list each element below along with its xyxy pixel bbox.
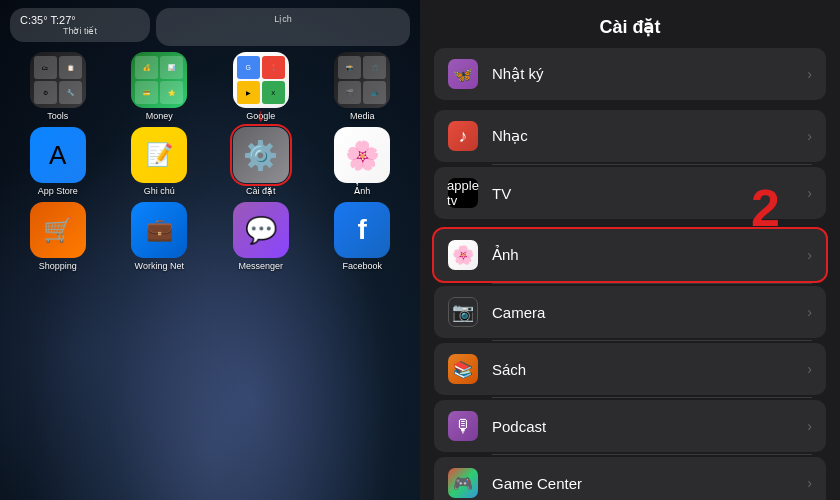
facebook-label: Facebook: [342, 261, 382, 271]
left-panel: C:35° T:27° Thời tiết Lịch 🗂 📋 ⚙ 🔧 Tools: [0, 0, 420, 500]
camera-icon: 📷: [448, 297, 478, 327]
anh-icon: 🌸: [334, 127, 390, 183]
anh-settings-label: Ảnh: [492, 246, 807, 264]
settings-item-nhac[interactable]: ♪ Nhạc ›: [434, 110, 826, 162]
podcast-chevron: ›: [807, 418, 812, 434]
app-ghichu[interactable]: 📝 Ghi chú: [119, 127, 199, 196]
gamecenter-label: Game Center: [492, 475, 807, 492]
shopping-label: Shopping: [39, 261, 77, 271]
sach-icon: 📚: [448, 354, 478, 384]
podcast-icon: 🎙: [448, 411, 478, 441]
home-screen-content: C:35° T:27° Thời tiết Lịch 🗂 📋 ⚙ 🔧 Tools: [0, 0, 420, 500]
app-appstore[interactable]: A App Store: [18, 127, 98, 196]
app-row-1: 🗂 📋 ⚙ 🔧 Tools 💰 📊 💳 ⭐: [10, 52, 410, 121]
nhatky-icon: 🦋: [448, 59, 478, 89]
top-widgets: C:35° T:27° Thời tiết Lịch: [10, 8, 410, 46]
workingnet-label: Working Net: [135, 261, 184, 271]
nhac-icon: ♪: [448, 121, 478, 151]
app-row-2: A App Store 📝 Ghi chú ↓ ⚙️ Cài đặt 🌸 Ảnh: [10, 127, 410, 196]
shopping-icon: 🛒: [30, 202, 86, 258]
settings-title: Cài đặt: [440, 16, 820, 38]
app-row-3: 🛒 Shopping 💼 Working Net 💬 Messenger f F…: [10, 202, 410, 271]
anh-settings-icon: 🌸: [448, 240, 478, 270]
divider-4: [492, 397, 812, 398]
sach-chevron: ›: [807, 361, 812, 377]
calendar-widget[interactable]: Lịch: [156, 8, 410, 46]
divider-5: [492, 454, 812, 455]
gamecenter-chevron: ›: [807, 475, 812, 491]
app-workingnet[interactable]: 💼 Working Net: [119, 202, 199, 271]
weather-widget[interactable]: C:35° T:27° Thời tiết: [10, 8, 150, 42]
money-label: Money: [146, 111, 173, 121]
red-arrow-indicator: ↓: [256, 105, 265, 126]
media-label: Media: [350, 111, 375, 121]
app-facebook[interactable]: f Facebook: [322, 202, 402, 271]
calendar-label: Lịch: [166, 14, 400, 24]
nhatky-chevron: ›: [807, 66, 812, 82]
settings-list: 2 🦋 Nhật ký › ♪ Nhạc › apple tv TV › 🌸 Ả…: [420, 48, 840, 500]
facebook-icon: f: [334, 202, 390, 258]
sach-label: Sách: [492, 361, 807, 378]
app-tools[interactable]: 🗂 📋 ⚙ 🔧 Tools: [18, 52, 98, 121]
gamecenter-icon: 🎮: [448, 468, 478, 498]
nhac-label: Nhạc: [492, 127, 807, 145]
settings-item-camera[interactable]: 📷 Camera ›: [434, 286, 826, 338]
caidat-icon: ⚙️: [233, 127, 289, 183]
tools-icon: 🗂 📋 ⚙ 🔧: [30, 52, 86, 108]
messenger-label: Messenger: [238, 261, 283, 271]
settings-item-nhatky[interactable]: 🦋 Nhật ký ›: [434, 48, 826, 100]
settings-item-podcast[interactable]: 🎙 Podcast ›: [434, 400, 826, 452]
camera-label: Camera: [492, 304, 807, 321]
tools-label: Tools: [47, 111, 68, 121]
app-messenger[interactable]: 💬 Messenger: [221, 202, 301, 271]
camera-chevron: ›: [807, 304, 812, 320]
app-money[interactable]: 💰 📊 💳 ⭐ Money: [119, 52, 199, 121]
settings-item-gamecenter[interactable]: 🎮 Game Center ›: [434, 457, 826, 500]
divider-1: [492, 164, 812, 165]
app-shopping[interactable]: 🛒 Shopping: [18, 202, 98, 271]
step-number-badge: 2: [751, 178, 780, 238]
weather-temp: C:35° T:27°: [20, 14, 140, 26]
money-icon: 💰 📊 💳 ⭐: [131, 52, 187, 108]
caidat-label: Cài đặt: [246, 186, 276, 196]
app-media[interactable]: 📸 🎵 🎬 📺 Media: [322, 52, 402, 121]
divider-2: [492, 283, 812, 284]
anh-label: Ảnh: [354, 186, 370, 196]
podcast-label: Podcast: [492, 418, 807, 435]
nhatky-label: Nhật ký: [492, 65, 807, 83]
appstore-label: App Store: [38, 186, 78, 196]
nhac-chevron: ›: [807, 128, 812, 144]
tv-icon: apple tv: [448, 178, 478, 208]
google-icon: G 📍 ▶ X: [233, 52, 289, 108]
anh-chevron: ›: [807, 247, 812, 263]
messenger-icon: 💬: [233, 202, 289, 258]
app-caidat[interactable]: ↓ ⚙️ Cài đặt: [221, 127, 301, 196]
app-anh[interactable]: 🌸 Ảnh: [322, 127, 402, 196]
ghichu-label: Ghi chú: [144, 186, 175, 196]
settings-item-sach[interactable]: 📚 Sách ›: [434, 343, 826, 395]
tv-chevron: ›: [807, 185, 812, 201]
workingnet-icon: 💼: [131, 202, 187, 258]
right-panel: Cài đặt 2 🦋 Nhật ký › ♪ Nhạc › apple tv …: [420, 0, 840, 500]
appstore-icon: A: [30, 127, 86, 183]
divider-3: [492, 340, 812, 341]
settings-header: Cài đặt: [420, 0, 840, 48]
ghichu-icon: 📝: [131, 127, 187, 183]
media-icon: 📸 🎵 🎬 📺: [334, 52, 390, 108]
weather-label: Thời tiết: [20, 26, 140, 36]
